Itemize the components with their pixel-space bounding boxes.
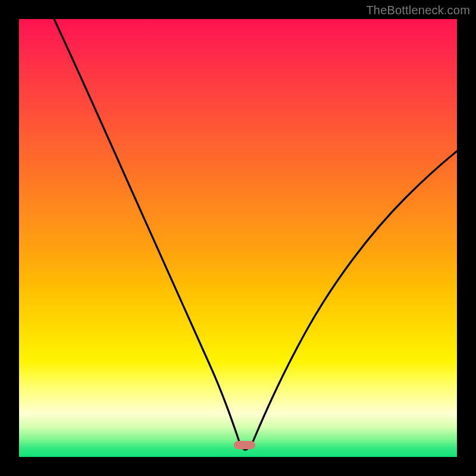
plot-area	[19, 19, 457, 457]
minimum-marker	[234, 441, 255, 449]
watermark-text: TheBottleneck.com	[366, 4, 470, 17]
curve-path	[54, 19, 457, 450]
chart-frame: TheBottleneck.com	[0, 0, 476, 476]
bottleneck-curve	[19, 19, 457, 457]
